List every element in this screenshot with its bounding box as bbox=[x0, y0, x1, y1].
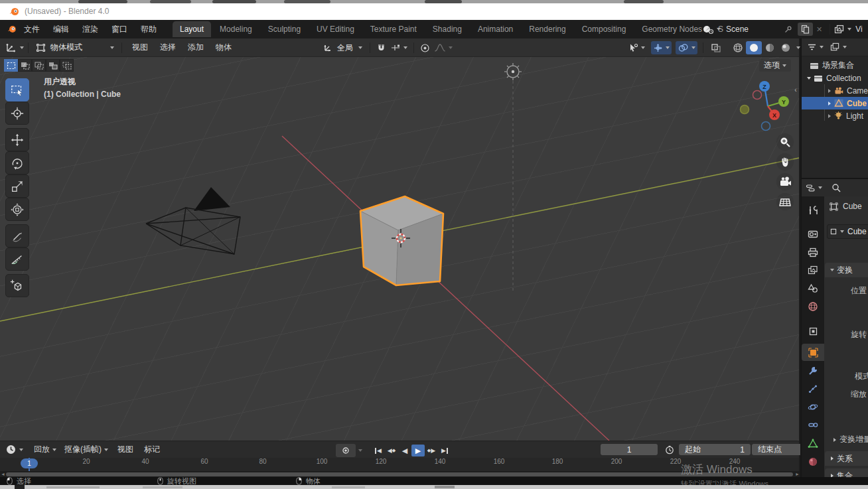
show-gizmos-toggle[interactable] bbox=[651, 41, 672, 54]
properties-tab-scene[interactable] bbox=[802, 279, 824, 297]
workspace-tab-sculpting[interactable]: Sculpting bbox=[261, 21, 308, 37]
properties-tab-output[interactable] bbox=[802, 244, 824, 261]
jump-to-start-button[interactable]: ◀ bbox=[372, 445, 385, 456]
scrollbar-thumb[interactable] bbox=[6, 472, 793, 476]
properties-tab-modifiers[interactable] bbox=[802, 362, 824, 380]
viewport-menu-add[interactable]: 添加 bbox=[182, 39, 210, 56]
shading-solid-button[interactable] bbox=[746, 41, 762, 54]
scene-name-field[interactable]: Scene bbox=[726, 25, 782, 34]
snap-toggle[interactable] bbox=[374, 41, 388, 54]
timeline-menu-playback[interactable]: 回放 bbox=[30, 441, 60, 458]
camera-object[interactable] bbox=[146, 187, 240, 254]
menu-render[interactable]: 渲染 bbox=[76, 21, 105, 38]
use-preview-range-icon[interactable] bbox=[665, 445, 674, 454]
editor-type-button[interactable] bbox=[5, 42, 24, 53]
app-menu-blender-icon[interactable] bbox=[7, 24, 17, 35]
outliner-row-light[interactable]: Light bbox=[802, 109, 868, 122]
timeline-scrollbar[interactable]: ◄ ► bbox=[0, 471, 799, 477]
workspace-tab-layout[interactable]: Layout bbox=[173, 21, 211, 37]
workspace-tab-animation[interactable]: Animation bbox=[470, 21, 520, 37]
tool-transform[interactable] bbox=[5, 198, 29, 221]
outliner-row-collection[interactable]: Collection bbox=[802, 72, 868, 84]
sidebar-toggle-arrow[interactable]: ‹ bbox=[792, 82, 799, 97]
proportional-falloff-selector[interactable] bbox=[432, 41, 455, 54]
zoom-view-button[interactable] bbox=[776, 133, 794, 151]
timeline-editor-type-button[interactable] bbox=[5, 444, 23, 455]
play-reverse-button[interactable]: ◀ bbox=[398, 445, 411, 456]
proportional-editing-toggle[interactable] bbox=[418, 41, 432, 54]
viewport-menu-select[interactable]: 选择 bbox=[154, 39, 182, 56]
properties-tab-material[interactable] bbox=[802, 453, 824, 470]
menu-window[interactable]: 窗口 bbox=[105, 21, 134, 38]
toggle-orthographic-button[interactable] bbox=[776, 193, 794, 210]
tool-move[interactable] bbox=[5, 128, 29, 151]
properties-tab-object[interactable] bbox=[802, 344, 824, 361]
outliner-row-cube[interactable]: Cube bbox=[802, 97, 868, 109]
play-button[interactable]: ▶ bbox=[411, 445, 425, 456]
pin-scene-icon[interactable] bbox=[784, 25, 792, 33]
scene-browse-button[interactable] bbox=[702, 24, 721, 35]
section-relations[interactable]: 关系 bbox=[825, 451, 868, 466]
transform-orientation-selector[interactable]: 全局 bbox=[320, 41, 366, 54]
object-name-field[interactable]: Cube bbox=[847, 227, 867, 236]
workspace-tab-rendering[interactable]: Rendering bbox=[522, 21, 573, 37]
select-mode-extend[interactable] bbox=[18, 59, 32, 72]
cube-object[interactable] bbox=[360, 196, 443, 285]
view-layer-browse-button[interactable] bbox=[834, 25, 851, 35]
menu-help[interactable]: 帮助 bbox=[134, 21, 163, 38]
unlink-scene-button[interactable]: ✕ bbox=[816, 25, 822, 34]
scrollbar-left-arrow[interactable]: ◄ bbox=[1, 472, 5, 476]
properties-tab-constraints[interactable] bbox=[802, 416, 824, 433]
viewport-menu-object[interactable]: 物体 bbox=[210, 39, 238, 56]
properties-search-icon[interactable] bbox=[832, 183, 841, 192]
cube-expand-icon[interactable] bbox=[828, 102, 831, 105]
tool-annotate[interactable] bbox=[5, 224, 29, 247]
pan-view-button[interactable] bbox=[776, 153, 794, 171]
viewport-3d[interactable]: 用户透视 (1) Collection | Cube 选项 bbox=[0, 57, 799, 441]
outliner-display-mode-button[interactable] bbox=[830, 42, 847, 52]
outliner-row-camera[interactable]: Camera bbox=[802, 84, 868, 97]
view-layer-name[interactable]: Vi bbox=[855, 25, 862, 34]
properties-tab-view-layer[interactable] bbox=[802, 261, 824, 279]
outliner-row-scene-collection[interactable]: 场景集合 bbox=[802, 59, 868, 72]
select-mode-new[interactable] bbox=[4, 59, 18, 72]
properties-tab-tool[interactable] bbox=[802, 202, 824, 219]
properties-tab-world[interactable] bbox=[802, 298, 824, 315]
workspace-tab-shading[interactable]: Shading bbox=[425, 21, 469, 37]
timeline-menu-view[interactable]: 视图 bbox=[112, 441, 139, 458]
previous-keyframe-button[interactable]: ◀◆ bbox=[385, 445, 398, 456]
frame-start-field[interactable]: 起始 1 bbox=[679, 444, 751, 455]
current-frame-indicator[interactable]: 1 bbox=[21, 458, 38, 468]
current-frame-field[interactable]: 1 bbox=[601, 444, 658, 455]
select-mode-invert[interactable] bbox=[46, 59, 60, 72]
tool-rotate[interactable] bbox=[5, 151, 29, 175]
mode-selector[interactable]: 物体模式 bbox=[33, 41, 117, 54]
workspace-tab-uv-editing[interactable]: UV Editing bbox=[309, 21, 362, 37]
snap-settings[interactable] bbox=[388, 41, 409, 54]
workspace-tab-compositing[interactable]: Compositing bbox=[575, 21, 634, 37]
select-mode-intersect[interactable] bbox=[60, 59, 74, 72]
viewport-options-button[interactable]: 选项 bbox=[759, 59, 791, 72]
camera-view-button[interactable] bbox=[776, 173, 794, 190]
workspace-tab-texture-paint[interactable]: Texture Paint bbox=[363, 21, 424, 37]
tool-scale[interactable] bbox=[5, 175, 29, 198]
menu-edit[interactable]: 编辑 bbox=[46, 21, 76, 38]
shading-material-button[interactable] bbox=[762, 41, 778, 54]
camera-expand-icon[interactable] bbox=[828, 89, 831, 93]
timeline-ruler[interactable]: 20 40 60 80 100 120 140 160 180 200 220 … bbox=[0, 458, 799, 471]
timeline-menu-keying[interactable]: 抠像(插帧) bbox=[60, 441, 112, 458]
properties-tab-collection[interactable] bbox=[802, 322, 824, 340]
gizmo-axis-neg-z[interactable] bbox=[762, 122, 770, 131]
auto-keying-dropdown[interactable] bbox=[358, 449, 362, 452]
show-overlays-toggle[interactable] bbox=[676, 41, 697, 54]
tool-cursor[interactable] bbox=[5, 102, 29, 125]
gizmo-axis-neg-x[interactable] bbox=[753, 91, 762, 100]
new-scene-button[interactable] bbox=[798, 23, 813, 36]
scrollbar-right-arrow[interactable]: ► bbox=[795, 472, 800, 476]
menu-file[interactable]: 文件 bbox=[17, 21, 46, 38]
viewport-menu-view[interactable]: 视图 bbox=[126, 39, 154, 56]
properties-filter-button[interactable] bbox=[806, 184, 822, 192]
properties-tab-physics[interactable] bbox=[802, 398, 824, 415]
gizmo-axis-neg-y[interactable] bbox=[741, 105, 749, 114]
tool-add-cube[interactable] bbox=[5, 274, 29, 297]
